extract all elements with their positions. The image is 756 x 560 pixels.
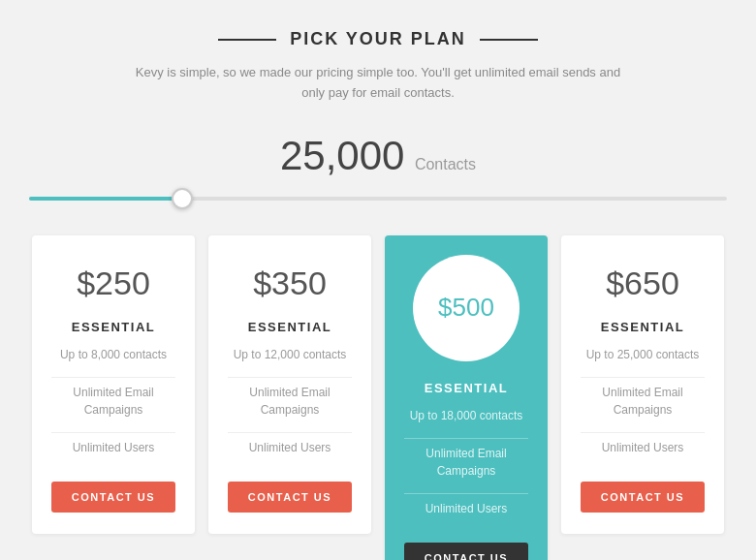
plan-4-name: ESSENTIAL (601, 320, 684, 334)
plan-1-feature2: Unlimited Users (73, 439, 155, 456)
plan-4-price: $650 (606, 264, 679, 302)
plan-1-divider2 (51, 432, 175, 433)
plan-4-contacts: Up to 25,000 contacts (586, 346, 700, 363)
plan-1-name: ESSENTIAL (72, 320, 155, 334)
plan-4-contact-button[interactable]: CONTACT US (581, 482, 705, 513)
page-title: PICK YOUR PLAN (290, 29, 466, 49)
plan-card-4: $650 ESSENTIAL Up to 25,000 contacts Unl… (561, 235, 724, 534)
contacts-display: 25,000 Contacts (280, 133, 476, 179)
plan-2-divider2 (228, 432, 352, 433)
header-line-right (480, 39, 538, 41)
plan-1-contacts: Up to 8,000 contacts (60, 346, 167, 363)
plan-4-feature1: Unlimited Email Campaigns (581, 384, 705, 419)
contacts-number: 25,000 (280, 133, 404, 178)
plan-2-feature1: Unlimited Email Campaigns (228, 384, 352, 419)
plan-1-contact-button[interactable]: CONTACT US (51, 482, 175, 513)
plan-3-divider1 (404, 438, 528, 439)
plan-3-contacts: Up to 18,000 contacts (410, 407, 523, 424)
plan-3-name: ESSENTIAL (425, 381, 508, 395)
header-line-left (218, 39, 276, 41)
plan-4-divider1 (581, 377, 705, 378)
plan-3-contact-button[interactable]: CONTACT US (404, 543, 528, 560)
plan-2-feature2: Unlimited Users (249, 439, 331, 456)
plan-4-feature2: Unlimited Users (602, 439, 684, 456)
plan-2-price: $350 (253, 264, 327, 302)
plan-2-contacts: Up to 12,000 contacts (234, 346, 347, 363)
plan-2-divider1 (228, 377, 352, 378)
plan-3-feature2: Unlimited Users (425, 500, 508, 517)
plan-card-1: $250 ESSENTIAL Up to 8,000 contacts Unli… (32, 235, 195, 534)
plan-card-3: $500 ESSENTIAL Up to 18,000 contacts Unl… (385, 235, 548, 560)
slider-container[interactable] (29, 197, 727, 201)
plan-1-feature1: Unlimited Email Campaigns (51, 384, 175, 419)
plan-3-feature1: Unlimited Email Campaigns (404, 445, 528, 480)
plan-card-2: $350 ESSENTIAL Up to 12,000 contacts Unl… (208, 235, 371, 534)
page-subtitle: Kevy is simple, so we made our pricing s… (126, 63, 630, 104)
plan-2-name: ESSENTIAL (248, 320, 331, 334)
page-header: PICK YOUR PLAN (218, 29, 538, 49)
plan-4-divider2 (581, 432, 705, 433)
plan-3-price-circle: $500 (413, 255, 520, 361)
plan-3-price: $500 (438, 293, 494, 323)
plan-3-divider2 (404, 493, 528, 494)
contacts-label: Contacts (415, 156, 476, 172)
plan-1-divider1 (51, 377, 175, 378)
plan-2-contact-button[interactable]: CONTACT US (228, 482, 352, 513)
plan-1-price: $250 (77, 264, 150, 302)
plans-container: $250 ESSENTIAL Up to 8,000 contacts Unli… (19, 235, 737, 560)
